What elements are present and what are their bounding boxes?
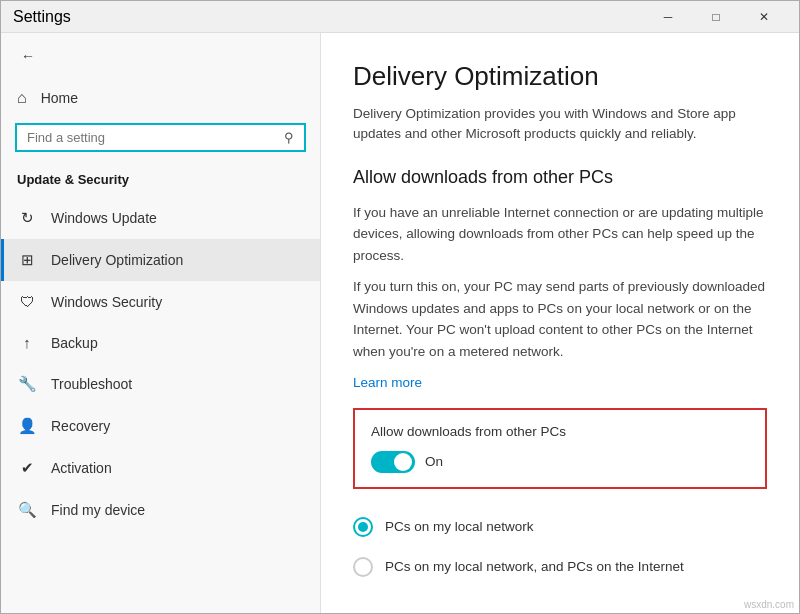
radio-circle-local-and-internet bbox=[353, 557, 373, 577]
page-description: Delivery Optimization provides you with … bbox=[353, 104, 767, 145]
page-title: Delivery Optimization bbox=[353, 61, 767, 92]
titlebar-left: Settings bbox=[13, 8, 71, 26]
section-subtitle: Allow downloads from other PCs bbox=[353, 167, 767, 188]
sidebar-item-label: Delivery Optimization bbox=[51, 252, 183, 268]
toggle-label: On bbox=[425, 454, 443, 469]
sidebar-item-home[interactable]: ⌂ Home bbox=[1, 79, 320, 117]
radio-option-local-and-internet[interactable]: PCs on my local network, and PCs on the … bbox=[353, 547, 767, 587]
radio-option-local-network[interactable]: PCs on my local network bbox=[353, 507, 767, 547]
sidebar-item-label: Backup bbox=[51, 335, 98, 351]
sidebar-item-label: Windows Security bbox=[51, 294, 162, 310]
close-button[interactable]: ✕ bbox=[741, 1, 787, 33]
sidebar-item-windows-update[interactable]: ↻ Windows Update bbox=[1, 197, 320, 239]
app-layout: ← ⌂ Home ⚲ Update & Security ↻ Windows U… bbox=[1, 33, 799, 614]
section-para1: If you have an unreliable Internet conne… bbox=[353, 202, 767, 267]
maximize-button[interactable]: □ bbox=[693, 1, 739, 33]
backup-icon: ↑ bbox=[17, 334, 37, 351]
toggle-switch[interactable] bbox=[371, 451, 415, 473]
sidebar-item-label: Recovery bbox=[51, 418, 110, 434]
toggle-box: Allow downloads from other PCs On bbox=[353, 408, 767, 489]
sidebar-item-label: Troubleshoot bbox=[51, 376, 132, 392]
home-icon: ⌂ bbox=[17, 89, 27, 107]
search-icon: ⚲ bbox=[284, 130, 294, 145]
sidebar-item-label: Find my device bbox=[51, 502, 145, 518]
watermark: wsxdn.com bbox=[744, 599, 794, 610]
minimize-button[interactable]: ─ bbox=[645, 1, 691, 33]
titlebar: Settings ─ □ ✕ bbox=[1, 1, 799, 33]
windows-update-icon: ↻ bbox=[17, 209, 37, 227]
sidebar-item-find-my-device[interactable]: 🔍 Find my device bbox=[1, 489, 320, 531]
radio-circle-local-network bbox=[353, 517, 373, 537]
windows-security-icon: 🛡 bbox=[17, 293, 37, 310]
sidebar-item-delivery-optimization[interactable]: ⊞ Delivery Optimization bbox=[1, 239, 320, 281]
content-area: Delivery Optimization Delivery Optimizat… bbox=[321, 33, 799, 614]
sidebar-item-activation[interactable]: ✔ Activation bbox=[1, 447, 320, 489]
sidebar-nav-top: ← bbox=[1, 33, 320, 79]
sidebar-item-label: Windows Update bbox=[51, 210, 157, 226]
radio-label-local-network: PCs on my local network bbox=[385, 519, 534, 534]
home-label: Home bbox=[41, 90, 78, 106]
sidebar-section-title: Update & Security bbox=[1, 166, 320, 197]
learn-more-link[interactable]: Learn more bbox=[353, 375, 422, 390]
sidebar-item-backup[interactable]: ↑ Backup bbox=[1, 322, 320, 363]
titlebar-controls: ─ □ ✕ bbox=[645, 1, 787, 33]
delivery-optimization-icon: ⊞ bbox=[17, 251, 37, 269]
sidebar-item-label: Activation bbox=[51, 460, 112, 476]
sidebar-item-windows-security[interactable]: 🛡 Windows Security bbox=[1, 281, 320, 322]
activation-icon: ✔ bbox=[17, 459, 37, 477]
toggle-box-title: Allow downloads from other PCs bbox=[371, 424, 749, 439]
troubleshoot-icon: 🔧 bbox=[17, 375, 37, 393]
section-para2: If you turn this on, your PC may send pa… bbox=[353, 276, 767, 362]
search-box[interactable]: ⚲ bbox=[15, 123, 306, 152]
back-button[interactable]: ← bbox=[13, 41, 43, 71]
recovery-icon: 👤 bbox=[17, 417, 37, 435]
search-input[interactable] bbox=[27, 130, 278, 145]
titlebar-title: Settings bbox=[13, 8, 71, 26]
find-my-device-icon: 🔍 bbox=[17, 501, 37, 519]
sidebar-item-recovery[interactable]: 👤 Recovery bbox=[1, 405, 320, 447]
sidebar-item-troubleshoot[interactable]: 🔧 Troubleshoot bbox=[1, 363, 320, 405]
sidebar: ← ⌂ Home ⚲ Update & Security ↻ Windows U… bbox=[1, 33, 321, 614]
toggle-row: On bbox=[371, 451, 749, 473]
radio-label-local-and-internet: PCs on my local network, and PCs on the … bbox=[385, 559, 684, 574]
